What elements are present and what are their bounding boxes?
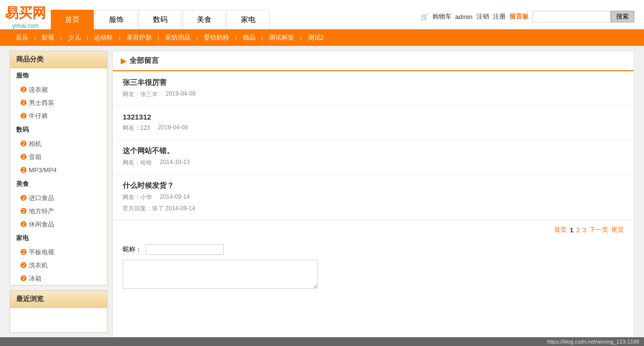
dot-icon: ❷ [20, 111, 27, 121]
nav-tabs: 首页 服饰 数码 美食 家电 [51, 10, 271, 29]
message-date-1: 2019-04-08 [166, 90, 195, 99]
message-date-3: 2014-10-13 [160, 159, 190, 167]
dot-icon: ❷ [20, 220, 27, 229]
message-item-4: 什么时候发货？ 网友：小华 2014-09-14 官方回复：块了 2014-09… [113, 174, 634, 220]
tab-home[interactable]: 首页 [51, 10, 94, 29]
sidebar-item-washer[interactable]: ❷洗衣机 [10, 259, 107, 272]
sidebar: 商品分类 服饰 ❷连衣裙 ❷男士西装 ❷牛仔裤 数码 ❷相机 ❷音箱 ❷MP3/… [10, 51, 107, 338]
section-title: 全部留言 [129, 56, 159, 65]
guestbook-link[interactable]: 留言板 [510, 12, 529, 21]
sidebar-item-tv[interactable]: ❷平板电视 [10, 245, 107, 259]
orange-nav-beauty[interactable]: 美容护肤 [121, 29, 158, 46]
sidebar-category-section: 商品分类 服饰 ❷连衣裙 ❷男士西装 ❷牛仔裤 数码 ❷相机 ❷音箱 ❷MP3/… [10, 51, 107, 285]
content-area: ▶ 全部留言 张三丰很厉害 网友：张三丰 2019-04-08 1321312 … [112, 51, 634, 338]
nickname-form: 昵称： [113, 239, 634, 260]
dot-icon: ❷ [20, 247, 27, 257]
dot-icon: ❷ [20, 193, 27, 203]
message-title-2: 1321312 [123, 113, 624, 121]
search-button[interactable]: 搜索 [611, 11, 634, 22]
message-meta-3: 网友：哈哈 2014-10-13 [123, 159, 624, 167]
top-right-actions: 🛒 购物车 admin 注销 注册 留言板 搜索 [421, 11, 634, 22]
message-meta-2: 网友：123 2019-04-08 [123, 124, 624, 132]
page-next[interactable]: 下一页 [589, 225, 608, 234]
dot-icon: ❷ [20, 85, 27, 94]
orange-nav-textiles[interactable]: 家纺用品 [159, 29, 196, 46]
dot-icon: ❷ [20, 165, 27, 175]
message-textarea[interactable] [123, 260, 318, 289]
sidebar-item-suit[interactable]: ❷男士西装 [10, 96, 107, 109]
orange-nav-jewelry[interactable]: 饰品 [237, 29, 261, 46]
sidebar-recent: 最近浏览 [10, 290, 107, 333]
cart-link[interactable]: 购物车 [432, 12, 451, 21]
dot-icon: ❷ [20, 206, 27, 216]
dot-icon: ❷ [20, 274, 27, 283]
message-date-4: 2014-09-14 [160, 193, 190, 202]
sidebar-item-jeans[interactable]: ❷牛仔裤 [10, 109, 107, 122]
message-item-1: 张三丰很厉害 网友：张三丰 2019-04-08 [113, 71, 634, 106]
orange-nav: 音乐 | 影视 | 少儿 | 运动鞋 | 美容护肤 | 家纺用品 | 婴幼奶粉 … [0, 29, 644, 46]
page-first[interactable]: 首页 [554, 225, 567, 234]
orange-nav-test2[interactable]: 测试2 [302, 29, 330, 46]
orange-nav-video[interactable]: 影视 [36, 29, 60, 46]
sidebar-category-fashion: 服饰 [10, 68, 107, 83]
message-meta-4: 网友：小华 2014-09-14 [123, 193, 624, 202]
orange-nav-children[interactable]: 少儿 [62, 29, 86, 46]
tab-fashion[interactable]: 服饰 [95, 10, 138, 29]
sidebar-item-dress[interactable]: ❷连衣裙 [10, 83, 107, 96]
sidebar-item-imported-food[interactable]: ❷进口食品 [10, 191, 107, 204]
sidebar-item-mp3[interactable]: ❷MP3/MP4 [10, 163, 107, 177]
message-user-4: 网友：小华 [123, 193, 152, 202]
message-user-2: 网友：123 [123, 124, 150, 132]
logo-subtitle: yimai.com [12, 22, 39, 29]
sidebar-recent-title: 最近浏览 [10, 291, 107, 308]
pagination: 首页 1 2 3 下一页 尾页 [113, 220, 634, 239]
sidebar-item-fridge[interactable]: ❷冰箱 [10, 272, 107, 285]
sidebar-item-speaker[interactable]: ❷音箱 [10, 150, 107, 163]
nickname-label: 昵称： [123, 245, 142, 254]
section-icon: ▶ [121, 56, 127, 65]
message-meta-1: 网友：张三丰 2019-04-08 [123, 90, 624, 99]
sidebar-item-snacks[interactable]: ❷休闲食品 [10, 218, 107, 231]
page-1[interactable]: 1 [570, 226, 573, 234]
message-user-3: 网友：哈哈 [123, 159, 152, 167]
official-reply-4: 官方回复：块了 2014-09-14 [123, 204, 624, 213]
cart-icon: 🛒 [421, 13, 429, 20]
page-3[interactable]: 3 [583, 226, 586, 234]
message-user-1: 网友：张三丰 [123, 90, 158, 99]
orange-nav-music[interactable]: 音乐 [10, 29, 34, 46]
message-date-2: 2019-04-08 [158, 124, 188, 132]
nickname-input[interactable] [146, 244, 224, 255]
dot-icon: ❷ [20, 139, 27, 148]
message-title-3: 这个网站不错。 [123, 146, 624, 156]
sidebar-category-food: 美食 [10, 177, 107, 191]
bottom-bar: https://blog.csdn.net/woxing_123-1188 [0, 337, 644, 343]
sidebar-item-local-food[interactable]: ❷地方特产 [10, 204, 107, 218]
dot-icon: ❷ [20, 98, 27, 107]
message-item-3: 这个网站不错。 网友：哈哈 2014-10-13 [113, 140, 634, 174]
message-item-2: 1321312 网友：123 2019-04-08 [113, 106, 634, 140]
dot-icon: ❷ [20, 152, 27, 162]
logo-text: 易买网 [5, 4, 46, 22]
sidebar-title: 商品分类 [10, 51, 107, 68]
admin-link[interactable]: admin [455, 13, 472, 20]
content-header: ▶ 全部留言 [113, 51, 634, 71]
search-input[interactable] [533, 11, 611, 22]
message-title-4: 什么时候发货？ [123, 181, 624, 190]
page-2[interactable]: 2 [577, 226, 580, 234]
register-link[interactable]: 注册 [493, 12, 506, 21]
orange-nav-baby[interactable]: 婴幼奶粉 [198, 29, 235, 46]
logout-link[interactable]: 注销 [476, 12, 489, 21]
tab-food[interactable]: 美食 [183, 10, 226, 29]
dot-icon: ❷ [20, 261, 27, 270]
tab-digital[interactable]: 数码 [139, 10, 182, 29]
sidebar-item-camera[interactable]: ❷相机 [10, 137, 107, 150]
page-last[interactable]: 尾页 [611, 225, 624, 234]
main-layout: 商品分类 服饰 ❷连衣裙 ❷男士西装 ❷牛仔裤 数码 ❷相机 ❷音箱 ❷MP3/… [0, 46, 644, 343]
message-title-1: 张三丰很厉害 [123, 78, 624, 87]
tab-appliance[interactable]: 家电 [227, 10, 270, 29]
logo: 易买网 yimai.com [0, 4, 51, 29]
sidebar-category-digital: 数码 [10, 122, 107, 137]
orange-nav-shoes[interactable]: 运动鞋 [88, 29, 119, 46]
orange-nav-test1[interactable]: 测试标签 [263, 29, 300, 46]
sidebar-category-appliance: 家电 [10, 231, 107, 245]
